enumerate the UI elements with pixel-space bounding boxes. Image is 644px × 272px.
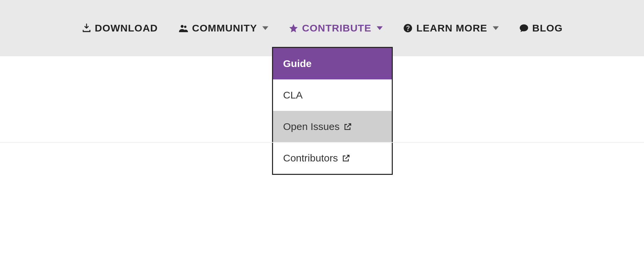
dropdown-item-label: Contributors — [283, 152, 338, 164]
external-link-icon — [343, 122, 352, 131]
caret-down-icon — [377, 25, 383, 31]
comment-icon — [519, 23, 529, 33]
nav-learn-more[interactable]: LEARN MORE — [403, 22, 499, 34]
download-icon — [82, 23, 92, 33]
divider — [0, 142, 644, 143]
dropdown-item-guide[interactable]: Guide — [273, 48, 392, 79]
dropdown-item-contributors[interactable]: Contributors — [273, 142, 392, 174]
nav-download[interactable]: DOWNLOAD — [82, 22, 158, 34]
nav-contribute-label: CONTRIBUTE — [302, 22, 371, 34]
contribute-dropdown: Guide CLA Open Issues Contributors — [272, 47, 393, 175]
caret-down-icon — [262, 25, 268, 31]
caret-down-icon — [493, 25, 499, 31]
svg-point-0 — [180, 25, 183, 28]
star-icon — [288, 23, 299, 33]
external-link-icon — [342, 154, 351, 162]
dropdown-item-label: Open Issues — [283, 121, 339, 132]
question-circle-icon — [403, 23, 413, 33]
people-icon — [178, 23, 189, 33]
nav-download-label: DOWNLOAD — [95, 22, 158, 34]
dropdown-item-open-issues[interactable]: Open Issues — [273, 111, 392, 142]
dropdown-item-label: Guide — [283, 58, 312, 69]
nav-learn-more-label: LEARN MORE — [416, 22, 487, 34]
svg-point-1 — [184, 26, 186, 28]
dropdown-item-cla[interactable]: CLA — [273, 79, 392, 111]
nav-blog[interactable]: BLOG — [519, 22, 563, 34]
svg-point-3 — [408, 30, 409, 31]
nav-community-label: COMMUNITY — [192, 22, 257, 34]
dropdown-item-label: CLA — [283, 89, 303, 101]
nav-community[interactable]: COMMUNITY — [178, 22, 269, 34]
nav-blog-label: BLOG — [532, 22, 563, 34]
nav-contribute[interactable]: CONTRIBUTE — [288, 22, 383, 34]
